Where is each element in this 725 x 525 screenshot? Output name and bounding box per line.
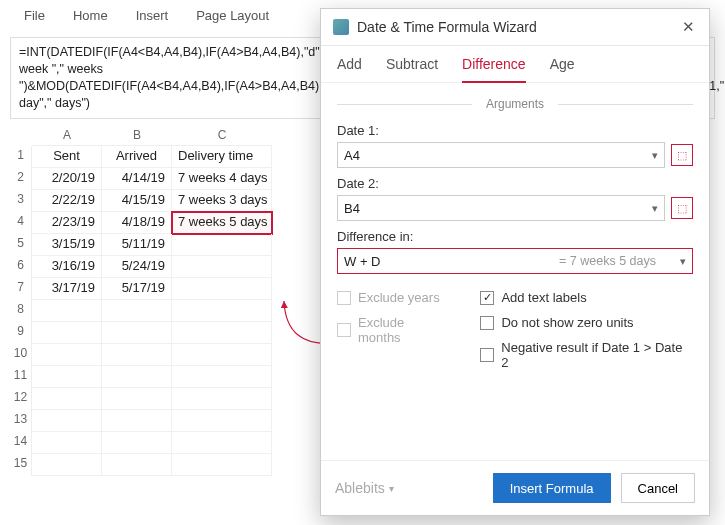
table-cell[interactable]: [172, 256, 272, 278]
table-cell[interactable]: 4/14/19: [102, 168, 172, 190]
table-cell[interactable]: [172, 278, 272, 300]
table-cell[interactable]: [32, 322, 102, 344]
table-header-cell[interactable]: Delivery time: [172, 146, 272, 168]
row-header[interactable]: 4: [10, 212, 32, 234]
table-cell[interactable]: [32, 344, 102, 366]
table-cell[interactable]: [172, 234, 272, 256]
date2-label: Date 2:: [337, 176, 693, 191]
table-cell[interactable]: [172, 344, 272, 366]
table-cell[interactable]: [172, 300, 272, 322]
table-cell[interactable]: [172, 410, 272, 432]
table-cell[interactable]: [32, 388, 102, 410]
table-cell[interactable]: 2/22/19: [32, 190, 102, 212]
table-cell[interactable]: 4/18/19: [102, 212, 172, 234]
difference-in-label: Difference in:: [337, 229, 693, 244]
chevron-down-icon: ▾: [680, 255, 686, 268]
exclude-years-checkbox: Exclude years: [337, 290, 450, 305]
ribbon-tab-insert[interactable]: Insert: [136, 8, 169, 23]
ablebits-brand[interactable]: Ablebits▾: [335, 480, 394, 496]
row-header[interactable]: 13: [10, 410, 32, 432]
row-header[interactable]: 6: [10, 256, 32, 278]
date1-range-picker[interactable]: ⬚: [671, 144, 693, 166]
chevron-down-icon: ▾: [652, 149, 658, 162]
ribbon-tab-file[interactable]: File: [24, 8, 45, 23]
table-cell[interactable]: [102, 300, 172, 322]
insert-formula-button[interactable]: Insert Formula: [493, 473, 611, 503]
chevron-down-icon: ▾: [389, 483, 394, 494]
date2-input[interactable]: B4▾: [337, 195, 665, 221]
table-cell[interactable]: [32, 366, 102, 388]
no-zero-units-checkbox[interactable]: Do not show zero units: [480, 315, 693, 330]
tab-subtract[interactable]: Subtract: [386, 56, 438, 82]
wizard-titlebar: Date & Time Formula Wizard ✕: [321, 9, 709, 46]
table-cell[interactable]: [32, 432, 102, 454]
cancel-button[interactable]: Cancel: [621, 473, 695, 503]
table-cell[interactable]: 5/17/19: [102, 278, 172, 300]
row-header[interactable]: 12: [10, 388, 32, 410]
table-cell[interactable]: [102, 432, 172, 454]
table-cell[interactable]: [32, 410, 102, 432]
row-header[interactable]: 3: [10, 190, 32, 212]
table-cell[interactable]: 5/24/19: [102, 256, 172, 278]
date1-input[interactable]: A4▾: [337, 142, 665, 168]
ribbon-tab-home[interactable]: Home: [73, 8, 108, 23]
table-cell[interactable]: [172, 432, 272, 454]
row-header[interactable]: 14: [10, 432, 32, 454]
table-cell[interactable]: [102, 322, 172, 344]
add-text-labels-checkbox[interactable]: Add text labels: [480, 290, 693, 305]
table-cell[interactable]: [172, 454, 272, 476]
table-cell[interactable]: [102, 388, 172, 410]
row-header[interactable]: 5: [10, 234, 32, 256]
difference-in-select[interactable]: W + D = 7 weeks 5 days ▾: [337, 248, 693, 274]
table-cell[interactable]: [102, 344, 172, 366]
table-cell[interactable]: [102, 454, 172, 476]
row-header[interactable]: 10: [10, 344, 32, 366]
table-cell[interactable]: 2/20/19: [32, 168, 102, 190]
col-header-a[interactable]: A: [32, 125, 102, 146]
table-cell[interactable]: 7 weeks 5 days: [172, 212, 272, 234]
table-cell[interactable]: 7 weeks 3 days: [172, 190, 272, 212]
row-header[interactable]: 8: [10, 300, 32, 322]
row-header[interactable]: 1: [10, 146, 32, 168]
tab-add[interactable]: Add: [337, 56, 362, 82]
table-cell[interactable]: [32, 300, 102, 322]
date-time-wizard: Date & Time Formula Wizard ✕ Add Subtrac…: [320, 8, 710, 516]
row-header[interactable]: 11: [10, 366, 32, 388]
row-header[interactable]: 7: [10, 278, 32, 300]
table-cell[interactable]: [172, 388, 272, 410]
table-cell[interactable]: [172, 366, 272, 388]
date2-range-picker[interactable]: ⬚: [671, 197, 693, 219]
row-header[interactable]: 9: [10, 322, 32, 344]
table-cell[interactable]: [102, 366, 172, 388]
tab-difference[interactable]: Difference: [462, 56, 526, 83]
exclude-months-checkbox: Exclude months: [337, 315, 450, 345]
table-cell[interactable]: 7 weeks 4 days: [172, 168, 272, 190]
wizard-tabs: Add Subtract Difference Age: [321, 46, 709, 83]
table-header-cell[interactable]: Sent: [32, 146, 102, 168]
row-header[interactable]: 2: [10, 168, 32, 190]
ribbon-tab-page-layout[interactable]: Page Layout: [196, 8, 269, 23]
arguments-label: Arguments: [337, 97, 693, 111]
close-icon[interactable]: ✕: [679, 18, 697, 36]
table-cell[interactable]: [102, 410, 172, 432]
wizard-icon: [333, 19, 349, 35]
table-cell[interactable]: 2/23/19: [32, 212, 102, 234]
date1-label: Date 1:: [337, 123, 693, 138]
row-header[interactable]: 15: [10, 454, 32, 476]
chevron-down-icon: ▾: [652, 202, 658, 215]
wizard-title: Date & Time Formula Wizard: [357, 19, 537, 35]
col-header-b[interactable]: B: [102, 125, 172, 146]
table-cell[interactable]: 5/11/19: [102, 234, 172, 256]
table-cell[interactable]: 4/15/19: [102, 190, 172, 212]
table-cell[interactable]: 3/15/19: [32, 234, 102, 256]
tab-age[interactable]: Age: [550, 56, 575, 82]
table-cell[interactable]: [172, 322, 272, 344]
table-cell[interactable]: 3/16/19: [32, 256, 102, 278]
col-header-c[interactable]: C: [172, 125, 272, 146]
negative-result-checkbox[interactable]: Negative result if Date 1 > Date 2: [480, 340, 693, 370]
table-cell[interactable]: [32, 454, 102, 476]
table-header-cell[interactable]: Arrived: [102, 146, 172, 168]
difference-preview: = 7 weeks 5 days: [559, 254, 656, 268]
table-cell[interactable]: 3/17/19: [32, 278, 102, 300]
